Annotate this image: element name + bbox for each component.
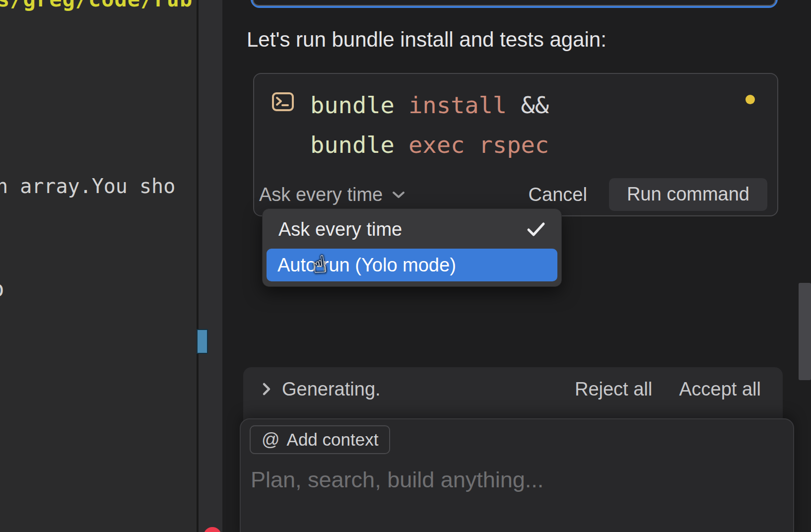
reject-all-button[interactable]: Reject all xyxy=(575,379,652,400)
yellow-status-dot xyxy=(745,95,755,104)
menu-item-auto-run-yolo[interactable]: Auto-run (Yolo mode) xyxy=(267,249,557,281)
run-mode-label: Ask every time xyxy=(259,184,383,205)
composer-placeholder: Plan, search, build anything... xyxy=(251,467,543,493)
cancel-button[interactable]: Cancel xyxy=(529,184,587,205)
command-code: bundle install &&bundle exec rspec xyxy=(310,85,549,165)
code-token: bundle xyxy=(310,91,408,119)
minimap-scroll-indicator[interactable] xyxy=(198,330,207,353)
menu-item-label: Ask every time xyxy=(278,219,402,240)
run-mode-dropdown-menu: Ask every time Auto-run (Yolo mode) ☝ xyxy=(262,208,562,287)
terminal-icon xyxy=(271,92,294,112)
run-command-button[interactable]: Run command xyxy=(609,178,767,211)
editor-gutter-strip xyxy=(199,0,222,532)
review-actions: Reject all Accept all xyxy=(575,379,761,400)
code-token: install xyxy=(408,91,521,119)
previous-block-body xyxy=(253,0,776,6)
editor-code-line: o xyxy=(0,276,4,301)
accept-all-button[interactable]: Accept all xyxy=(679,379,761,400)
editor-path-text: s/greg/code/rub xyxy=(0,0,193,11)
command-code-line-1: bundle install && xyxy=(310,85,549,125)
check-icon xyxy=(527,222,545,237)
add-context-label: Add context xyxy=(287,430,379,450)
previous-block-focus-ring xyxy=(251,0,778,8)
review-row: Generating. Reject all Accept all xyxy=(243,367,783,411)
code-token: && xyxy=(521,91,549,119)
command-code-line-2: bundle exec rspec xyxy=(310,125,549,165)
assistant-message: Let's run bundle install and tests again… xyxy=(247,28,607,52)
chevron-down-icon xyxy=(392,190,406,199)
menu-item-ask-every-time[interactable]: Ask every time xyxy=(263,211,561,248)
add-context-button[interactable]: @ Add context xyxy=(250,425,390,454)
command-actions: Cancel Run command xyxy=(529,178,767,211)
menu-item-label: Auto-run (Yolo mode) xyxy=(277,255,456,276)
run-mode-dropdown-trigger[interactable]: Ask every time xyxy=(259,184,406,205)
chevron-right-icon[interactable] xyxy=(262,381,271,397)
at-icon: @ xyxy=(262,429,280,450)
command-footer: Ask every time Cancel Run command xyxy=(259,177,767,212)
code-token: exec rspec xyxy=(408,131,549,158)
panel-scrollbar-thumb[interactable] xyxy=(799,283,811,380)
editor-pane: s/greg/code/rub n array.You sho o xyxy=(0,0,197,532)
generating-status: Generating. xyxy=(282,379,381,400)
editor-code-line: n array.You sho xyxy=(0,175,175,198)
code-token: bundle xyxy=(310,131,408,158)
composer-input[interactable]: @ Add context Plan, search, build anythi… xyxy=(240,418,794,532)
